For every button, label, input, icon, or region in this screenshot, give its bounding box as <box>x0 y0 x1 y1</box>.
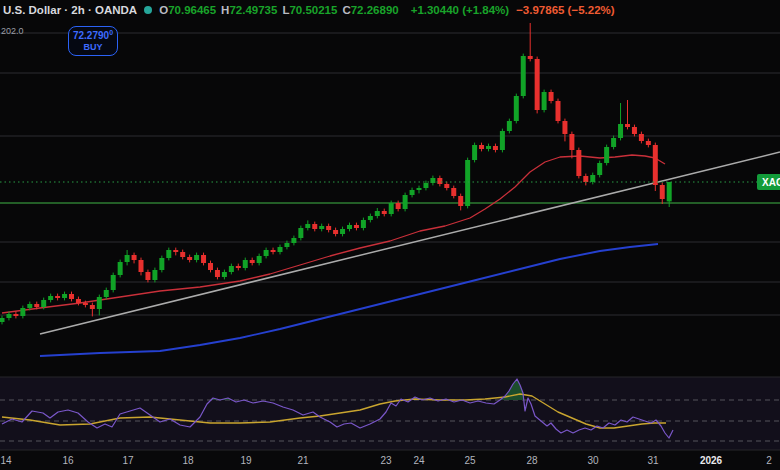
time-axis-label: 16 <box>62 455 74 466</box>
time-axis[interactable]: 14161718192123242528303120262 <box>0 450 780 470</box>
time-axis-label: 31 <box>647 455 659 466</box>
svg-text:XAG: XAG <box>762 177 780 188</box>
time-axis-label: 19 <box>240 455 252 466</box>
time-axis-label: 21 <box>297 455 309 466</box>
time-axis-label: 17 <box>122 455 134 466</box>
chart-canvas[interactable]: XAG14161718192123242528303120262 <box>0 0 780 470</box>
left-scale-price-label: 202.0 <box>1 26 24 36</box>
change-positive: +1.30440 (+1.84%) <box>411 4 509 16</box>
time-axis-label: 14 <box>0 455 12 466</box>
buy-button[interactable]: 72.27900 BUY <box>68 26 118 56</box>
ohlc-pair: H72.49735 <box>221 4 277 16</box>
time-axis-label: 24 <box>413 455 425 466</box>
ohlc-pair: L70.50215 <box>282 4 337 16</box>
trading-chart-window: XAG14161718192123242528303120262 U.S. Do… <box>0 0 780 470</box>
time-axis-label: 18 <box>182 455 194 466</box>
indicator-pane <box>0 377 780 450</box>
time-axis-label: 23 <box>380 455 392 466</box>
symbol-title[interactable]: U.S. Dollar · 2h · OANDA <box>3 4 137 16</box>
time-axis-label: 28 <box>526 455 538 466</box>
buy-price: 72.27900 <box>69 29 117 42</box>
time-axis-label: 2 <box>766 455 772 466</box>
symbol-price-flag[interactable]: XAG <box>757 174 780 190</box>
time-axis-label: 25 <box>464 455 476 466</box>
time-axis-label: 2026 <box>700 455 723 466</box>
time-axis-label: 30 <box>587 455 599 466</box>
ohlc-pair: O70.96465 <box>159 4 216 16</box>
ohlc-pair: C72.26890 <box>342 4 398 16</box>
market-status-icon[interactable] <box>144 6 152 14</box>
ohlc-values: O70.96465H72.49735L70.50215C72.26890 <box>159 4 403 16</box>
change-negative: −3.97865 (−5.22%) <box>516 4 614 16</box>
chart-legend: U.S. Dollar · 2h · OANDA O70.96465H72.49… <box>3 4 615 16</box>
buy-label: BUY <box>69 42 117 52</box>
